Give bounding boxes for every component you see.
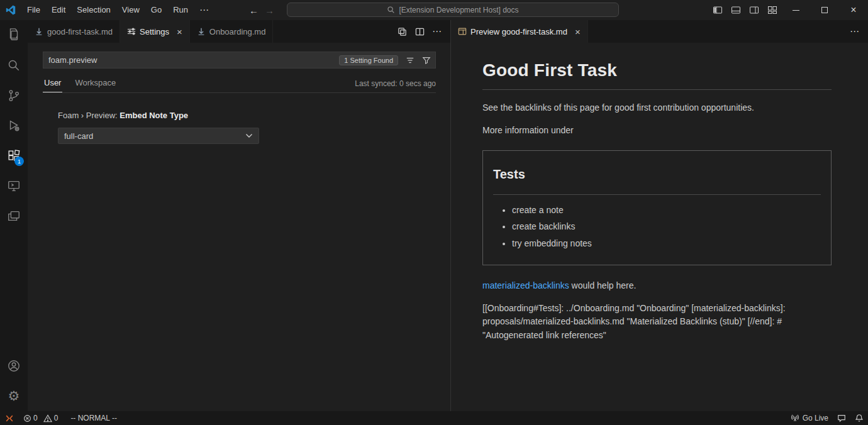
- extensions-icon[interactable]: 1: [0, 141, 28, 171]
- broadcast-icon: [791, 414, 799, 422]
- right-editor-actions: ⋯: [842, 20, 868, 43]
- preview-link-paragraph: materialized-backlinks would help here.: [482, 279, 832, 293]
- error-icon: [23, 414, 31, 422]
- run-debug-icon[interactable]: [0, 111, 28, 141]
- tab-settings[interactable]: Settings ×: [120, 20, 190, 43]
- vscode-logo: [0, 5, 21, 15]
- errors-group: 0: [23, 414, 38, 422]
- menu-selection[interactable]: Selection: [71, 0, 116, 20]
- link-tail-text: would help here.: [569, 280, 637, 290]
- scope-tab-workspace[interactable]: Workspace: [74, 78, 117, 92]
- remote-indicator[interactable]: [0, 411, 19, 425]
- task-item: try embedding notes: [512, 237, 821, 251]
- window-controls: ×: [708, 0, 868, 20]
- menu-run[interactable]: Run: [167, 0, 194, 20]
- command-center-search[interactable]: [Extension Development Host] docs: [287, 3, 619, 17]
- toggle-secondary-sidebar-icon[interactable]: [745, 0, 763, 20]
- activity-bar: 1 ⚙: [0, 20, 28, 411]
- last-synced-label: Last synced: 0 secs ago: [355, 79, 436, 92]
- maximize-button[interactable]: [810, 0, 839, 20]
- toggle-sidebar-icon[interactable]: [708, 0, 726, 20]
- warning-count: 0: [54, 414, 58, 422]
- select-value: full-card: [64, 131, 93, 141]
- source-control-icon[interactable]: [0, 80, 28, 111]
- explorer-icon[interactable]: [0, 20, 28, 50]
- setting-category: Foam › Preview:: [58, 111, 120, 120]
- settings-scope-row: User Workspace Last synced: 0 secs ago: [43, 75, 436, 93]
- left-editor-actions: ⋯: [389, 20, 450, 43]
- filter-lines-icon[interactable]: [403, 53, 418, 67]
- problems-indicator[interactable]: 0 0: [19, 411, 66, 425]
- tab-label: good-first-task.md: [47, 27, 113, 36]
- settings-editor: 1 Setting Found User Workspace Last sync…: [28, 43, 450, 411]
- menu-edit[interactable]: Edit: [46, 0, 71, 20]
- vscode-window: File Edit Selection View Go Run ⋯ ← → [E…: [0, 0, 868, 425]
- command-center-label: [Extension Development Host] docs: [399, 6, 518, 14]
- markdown-file-icon: [35, 27, 43, 36]
- close-tab-icon[interactable]: ×: [575, 27, 581, 36]
- more-actions-icon[interactable]: ⋯: [848, 25, 862, 38]
- search-icon: [387, 6, 395, 14]
- settings-gear-icon[interactable]: ⚙: [0, 381, 28, 411]
- setting-item-embed-note-type: Foam › Preview: Embed Note Type full-car…: [58, 111, 436, 144]
- markdown-preview-icon: [458, 27, 467, 36]
- open-settings-json-icon[interactable]: [395, 25, 409, 38]
- extensions-badge: 1: [14, 157, 24, 166]
- tab-onboarding[interactable]: Onboarding.md: [190, 20, 274, 43]
- workbench: 1 ⚙ good-first-tas: [0, 20, 868, 411]
- split-editor-icon[interactable]: [413, 25, 426, 38]
- embedded-note-card: Tests create a note create backlinks try…: [482, 150, 832, 265]
- back-arrow-icon[interactable]: ←: [249, 5, 259, 16]
- embed-heading: Tests: [493, 165, 821, 195]
- embed-note-type-select[interactable]: full-card: [58, 128, 259, 144]
- close-tab-icon[interactable]: ×: [177, 27, 182, 36]
- titlebar: File Edit Selection View Go Run ⋯ ← → [E…: [0, 0, 868, 20]
- go-live-button[interactable]: Go Live: [786, 411, 833, 425]
- accounts-icon[interactable]: [0, 351, 28, 381]
- materialized-backlinks-link[interactable]: materialized-backlinks: [482, 280, 569, 290]
- menu-more-icon[interactable]: ⋯: [194, 0, 215, 20]
- customize-layout-icon[interactable]: [763, 0, 781, 20]
- setting-name: Embed Note Type: [120, 111, 188, 120]
- close-window-button[interactable]: ×: [839, 0, 868, 20]
- scope-tab-user[interactable]: User: [43, 78, 62, 92]
- editor-group-left: good-first-task.md Settings × Onboarding…: [28, 20, 450, 411]
- preview-more-info: More information under: [482, 124, 832, 138]
- notifications-bell-icon[interactable]: [850, 411, 868, 425]
- settings-search-input[interactable]: [43, 55, 339, 65]
- more-actions-icon[interactable]: ⋯: [430, 25, 444, 38]
- editor-group-right: Preview good-first-task.md × ⋯ Good Firs…: [450, 20, 868, 411]
- remote-explorer-icon[interactable]: [0, 171, 28, 201]
- task-item: create a note: [512, 204, 821, 218]
- filter-funnel-icon[interactable]: [419, 53, 434, 67]
- search-view-icon[interactable]: [0, 50, 28, 80]
- windows-panel-icon[interactable]: [0, 201, 28, 231]
- feedback-icon[interactable]: [833, 411, 850, 425]
- tab-preview-good-first-task[interactable]: Preview good-first-task.md ×: [451, 20, 588, 43]
- error-count: 0: [33, 414, 38, 422]
- status-bar-right: Go Live: [786, 411, 868, 425]
- settings-result-count-badge: 1 Setting Found: [339, 55, 398, 65]
- preview-intro: See the backlinks of this page for good …: [482, 101, 832, 115]
- vim-mode-indicator[interactable]: -- NORMAL --: [66, 411, 121, 425]
- forward-arrow-icon[interactable]: →: [265, 5, 274, 16]
- status-bar: 0 0 -- NORMAL -- Go Live: [0, 411, 868, 425]
- menu-view[interactable]: View: [116, 0, 145, 20]
- menu-file[interactable]: File: [21, 0, 46, 20]
- task-item: create backlinks: [512, 220, 821, 234]
- warning-icon: [43, 414, 52, 422]
- setting-label: Foam › Preview: Embed Note Type: [58, 111, 436, 120]
- markdown-preview: Good First Task See the backlinks of thi…: [451, 43, 868, 411]
- minimize-button[interactable]: [781, 0, 810, 20]
- tab-label: Settings: [140, 27, 169, 36]
- history-navigation: ← →: [249, 0, 274, 20]
- tab-label: Onboarding.md: [209, 27, 266, 36]
- menu-go[interactable]: Go: [145, 0, 167, 20]
- chevron-down-icon: [245, 133, 253, 138]
- left-tabstrip: good-first-task.md Settings × Onboarding…: [28, 20, 450, 43]
- preview-title: Good First Task: [482, 57, 832, 90]
- toggle-panel-icon[interactable]: [726, 0, 745, 20]
- tab-good-first-task[interactable]: good-first-task.md: [28, 20, 120, 43]
- right-tabstrip: Preview good-first-task.md × ⋯: [451, 20, 868, 43]
- settings-editor-icon: [127, 27, 136, 36]
